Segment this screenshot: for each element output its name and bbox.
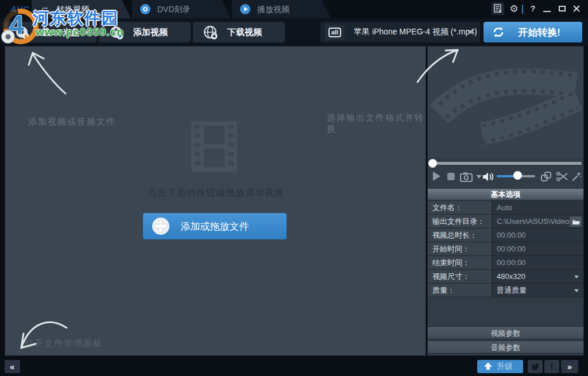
disc-icon xyxy=(140,4,150,14)
app-window: AVC 转换视频 DVD刻录 播放视频 ⚙ ? 加载CD光盘 xyxy=(0,0,588,376)
play-icon xyxy=(240,4,250,14)
bottombar: « 升级 f » xyxy=(0,357,588,376)
facebook-button[interactable]: f xyxy=(544,360,559,373)
settings-gear-icon[interactable]: ⚙ xyxy=(508,2,520,15)
drop-caption: 点击下面的按钮或拖放添加视频 xyxy=(5,187,427,199)
chevron-down-icon xyxy=(84,31,90,34)
load-cd-button[interactable]: 加载CD光盘 xyxy=(5,22,96,42)
effects-wand-icon[interactable] xyxy=(571,172,582,184)
video-preview-area xyxy=(428,46,583,157)
browse-folder-button[interactable] xyxy=(570,216,582,227)
option-label: 视频尺寸： xyxy=(428,270,492,284)
minimize-button[interactable] xyxy=(540,2,553,15)
option-row-start-time: 开始时间： 00:00:00 xyxy=(428,242,583,256)
preview-and-options-panel: 基本选项 文件名： Auto 输出文件目录： C:\Users\ASUS\Vid… xyxy=(427,46,584,356)
player-controls xyxy=(428,168,583,187)
volume-speaker-icon[interactable] xyxy=(482,172,495,184)
hint-add-files: 添加视频或音频文件 xyxy=(28,117,116,127)
hint-output-format: 选择输出文件格式并转换 xyxy=(327,113,425,134)
option-row-video-size: 视频尺寸： 480x320 xyxy=(428,270,583,284)
twitter-button[interactable] xyxy=(528,360,543,373)
seek-slider[interactable] xyxy=(428,158,583,168)
titlebar: AVC 转换视频 DVD刻录 播放视频 ⚙ ? xyxy=(0,0,588,18)
clone-clip-icon[interactable] xyxy=(541,172,551,184)
add-or-drop-files-label: 添加或拖放文件 xyxy=(181,220,249,233)
film-roll-watermark xyxy=(428,46,583,157)
upgrade-button[interactable]: 升级 xyxy=(477,360,523,373)
option-value-select[interactable]: 普通质量 xyxy=(492,284,583,297)
audio-params-section[interactable]: 音频参数 xyxy=(428,340,583,354)
option-row-filename: 文件名： Auto xyxy=(428,201,583,215)
download-video-label: 下载视频 xyxy=(227,27,262,38)
globe-icon xyxy=(203,25,218,40)
output-format-dropdown[interactable]: all 苹果 iPhone MPEG-4 视频 (*.mp4) xyxy=(320,22,480,42)
option-value[interactable]: 00:00:00 xyxy=(492,242,583,256)
option-value-select[interactable]: 480x320 xyxy=(492,270,583,284)
tab-label: DVD刻录 xyxy=(157,5,191,14)
titlebar-separator xyxy=(522,5,523,14)
tab-dvd-burn[interactable]: DVD刻录 xyxy=(132,0,231,18)
option-row-end-time: 结束时间： 00:00:00 xyxy=(428,256,583,270)
start-convert-button[interactable]: 开始转换! xyxy=(483,22,582,42)
upgrade-label: 升级 xyxy=(497,362,513,372)
option-row-output-dir: 输出文件目录： C:\Users\ASUS\Videos\... xyxy=(428,215,583,228)
seek-handle[interactable] xyxy=(428,159,437,168)
seek-track[interactable] xyxy=(430,162,582,165)
collapse-file-panel-button[interactable]: « xyxy=(5,360,20,373)
help-button[interactable]: ? xyxy=(527,2,539,15)
all-formats-icon[interactable]: all xyxy=(325,25,345,40)
convert-arrows-icon xyxy=(492,25,505,39)
tab-play-video[interactable]: 播放视频 xyxy=(232,0,331,18)
hint-file-panel: 打开文件管理面板 xyxy=(25,338,103,349)
chevron-down-icon xyxy=(574,276,579,278)
chevron-down-icon xyxy=(467,30,473,34)
cd-disc-icon xyxy=(15,25,30,40)
play-button[interactable] xyxy=(433,172,440,181)
facebook-f-icon: f xyxy=(550,362,553,372)
snapshot-camera-icon[interactable] xyxy=(460,172,473,184)
expand-panel-button[interactable]: » xyxy=(561,360,578,373)
stop-button[interactable] xyxy=(447,173,455,180)
option-value[interactable]: 00:00:00 xyxy=(492,256,583,270)
option-row-quality: 质量： 普通质量 xyxy=(428,284,583,297)
plus-icon xyxy=(152,218,169,235)
option-label: 文件名： xyxy=(428,201,492,215)
upgrade-arrow-icon xyxy=(484,362,492,370)
maximize-button[interactable] xyxy=(556,2,568,15)
option-label: 输出文件目录： xyxy=(428,215,492,228)
trim-scissors-icon[interactable] xyxy=(556,172,568,184)
basic-options-header: 基本选项 xyxy=(428,189,583,200)
film-frame-icon xyxy=(189,121,239,172)
menu-icon[interactable] xyxy=(492,2,504,15)
file-drop-area[interactable]: 添加视频或音频文件 选择输出文件格式并转换 打开文件管理面板 点击下面的按钮或拖… xyxy=(5,46,426,356)
option-label: 视频总时长： xyxy=(428,228,492,242)
chevron-down-icon xyxy=(574,289,579,292)
add-video-label: 添加视频 xyxy=(133,27,168,38)
close-button[interactable] xyxy=(570,2,583,15)
option-label: 开始时间： xyxy=(428,242,492,256)
tab-label: 播放视频 xyxy=(257,5,289,14)
add-or-drop-files-button[interactable]: 添加或拖放文件 xyxy=(143,213,287,239)
volume-handle[interactable] xyxy=(513,171,522,180)
twitter-bird-icon xyxy=(530,362,540,372)
output-format-value: 苹果 iPhone MPEG-4 视频 (*.mp4) xyxy=(354,27,477,37)
load-cd-label: 加载CD光盘 xyxy=(33,27,80,38)
download-video-button[interactable]: 下载视频 xyxy=(193,22,285,42)
option-value[interactable]: C:\Users\ASUS\Videos\... xyxy=(492,215,583,228)
tab-label: 转换视频 xyxy=(57,5,89,14)
toolbar: 加载CD光盘 添加视频 下载视频 all 苹果 iPhone MPEG-4 视频… xyxy=(0,18,588,46)
option-value[interactable]: Auto xyxy=(492,201,583,215)
option-value[interactable]: 00:00:00 xyxy=(492,228,583,242)
film-reel-icon xyxy=(109,25,124,40)
add-video-button[interactable]: 添加视频 xyxy=(99,22,191,42)
video-params-section[interactable]: 视频参数 xyxy=(428,326,583,339)
snapshot-dropdown-caret[interactable] xyxy=(476,175,482,179)
convert-tab-icon xyxy=(40,4,50,14)
option-label: 结束时间： xyxy=(428,256,492,270)
option-label: 质量： xyxy=(428,284,492,297)
tab-convert-video[interactable]: 转换视频 xyxy=(32,0,131,18)
option-row-duration: 视频总时长： 00:00:00 xyxy=(428,228,583,242)
app-logo-text: AVC xyxy=(10,4,30,14)
start-convert-label: 开始转换! xyxy=(518,26,560,39)
